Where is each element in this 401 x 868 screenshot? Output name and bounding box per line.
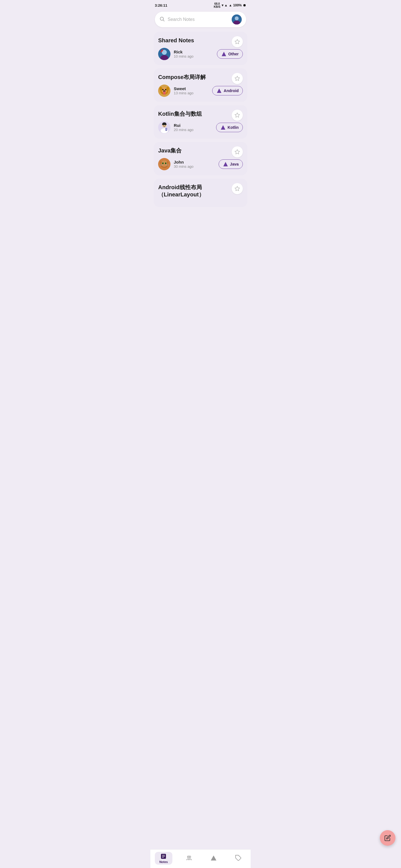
star-button[interactable] xyxy=(232,73,243,84)
svg-marker-53 xyxy=(235,186,240,191)
author-name: John xyxy=(174,160,215,164)
svg-point-39 xyxy=(161,160,167,167)
svg-point-29 xyxy=(163,125,164,126)
svg-point-21 xyxy=(163,91,166,95)
author-avatar xyxy=(158,48,170,60)
wifi-icon: ▾ xyxy=(222,3,223,7)
svg-point-11 xyxy=(162,49,163,50)
svg-rect-52 xyxy=(224,164,226,166)
svg-rect-13 xyxy=(223,54,224,56)
svg-rect-33 xyxy=(166,128,167,130)
star-button[interactable] xyxy=(232,110,243,121)
author-info: Rui 20 mins ago xyxy=(174,123,213,132)
note-title: Compose布局详解 xyxy=(158,73,243,81)
tag-label: Java xyxy=(230,162,239,166)
tag-shape-icon xyxy=(223,161,228,167)
notes-list: Shared Notes Rick 10 mins ago xyxy=(150,32,251,229)
note-card-android-linear[interactable]: Android线性布局（LinearLayout） xyxy=(154,179,247,207)
author-avatar xyxy=(158,121,170,133)
time-ago: 20 mins ago xyxy=(174,128,213,132)
svg-rect-25 xyxy=(218,91,220,93)
note-meta: John 30 mins ago Java xyxy=(158,158,243,170)
tag-label: Other xyxy=(228,52,239,56)
note-meta: Rick 10 mins ago Other xyxy=(158,48,243,60)
search-bar-container: Search Notes xyxy=(150,9,251,32)
time-ago: 13 mins ago xyxy=(174,91,209,95)
author-name: Sweet xyxy=(174,86,209,91)
tag-badge[interactable]: Android xyxy=(212,86,243,95)
tag-label: Kotlin xyxy=(228,125,239,130)
svg-point-3 xyxy=(235,17,239,20)
record-icon: ⏺ xyxy=(243,3,246,7)
status-icons: 68.0KB/S ▾ ▲ ▲ 100% ⏺ xyxy=(214,2,246,8)
user-avatar[interactable] xyxy=(232,14,242,25)
svg-marker-14 xyxy=(235,76,240,81)
note-meta: Rui 20 mins ago Kotlin xyxy=(158,121,243,133)
signal-icon: ▲ xyxy=(225,3,228,7)
author-name: Rick xyxy=(174,50,213,54)
tag-badge[interactable]: Other xyxy=(217,49,243,59)
svg-marker-5 xyxy=(235,39,240,44)
author-avatar xyxy=(158,158,170,170)
tag-badge[interactable]: Kotlin xyxy=(216,123,243,132)
note-title: Java集合 xyxy=(158,147,243,154)
note-title: Kotlin集合与数组 xyxy=(158,110,243,117)
note-title: Android线性布局（LinearLayout） xyxy=(158,184,243,198)
author-name: Rui xyxy=(174,123,213,128)
svg-rect-35 xyxy=(222,128,223,129)
svg-line-1 xyxy=(163,20,165,21)
note-title: Shared Notes xyxy=(158,37,243,44)
time-ago: 30 mins ago xyxy=(174,164,215,168)
network-speed: 68.0KB/S xyxy=(214,2,221,8)
svg-point-0 xyxy=(160,17,164,20)
author-info: Rick 10 mins ago xyxy=(174,50,213,58)
status-bar: 3:26:11 68.0KB/S ▾ ▲ ▲ 100% ⏺ xyxy=(150,0,251,9)
time-ago: 10 mins ago xyxy=(174,54,213,58)
star-button[interactable] xyxy=(232,36,243,47)
tag-label: Android xyxy=(224,89,239,93)
author-avatar xyxy=(158,85,170,97)
svg-point-45 xyxy=(165,163,166,164)
star-button[interactable] xyxy=(232,183,243,194)
search-placeholder: Search Notes xyxy=(168,17,229,22)
signal2-icon: ▲ xyxy=(229,3,232,7)
author-info: John 30 mins ago xyxy=(174,160,215,168)
search-icon xyxy=(159,16,165,23)
svg-point-44 xyxy=(163,163,163,164)
battery: 100% xyxy=(233,3,242,7)
note-card-shared-notes[interactable]: Shared Notes Rick 10 mins ago xyxy=(154,32,247,65)
svg-point-19 xyxy=(165,89,167,90)
time: 3:26:11 xyxy=(155,3,167,7)
note-card-compose[interactable]: Compose布局详解 xyxy=(154,68,247,102)
note-card-kotlin[interactable]: Kotlin集合与数组 xyxy=(154,105,247,138)
tag-badge[interactable]: Java xyxy=(219,159,243,169)
author-info: Sweet 13 mins ago xyxy=(174,86,209,95)
svg-point-30 xyxy=(165,125,166,126)
search-bar[interactable]: Search Notes xyxy=(155,12,246,27)
tag-shape-icon xyxy=(220,125,226,130)
svg-marker-26 xyxy=(235,113,240,117)
tag-shape-icon xyxy=(217,88,222,93)
svg-point-10 xyxy=(161,51,162,53)
note-card-java[interactable]: Java集合 xyxy=(154,142,247,175)
svg-point-18 xyxy=(162,89,164,90)
star-button[interactable] xyxy=(232,146,243,157)
tag-shape-icon xyxy=(221,51,227,57)
note-meta: Sweet 13 mins ago Android xyxy=(158,85,243,97)
svg-marker-36 xyxy=(235,150,240,154)
